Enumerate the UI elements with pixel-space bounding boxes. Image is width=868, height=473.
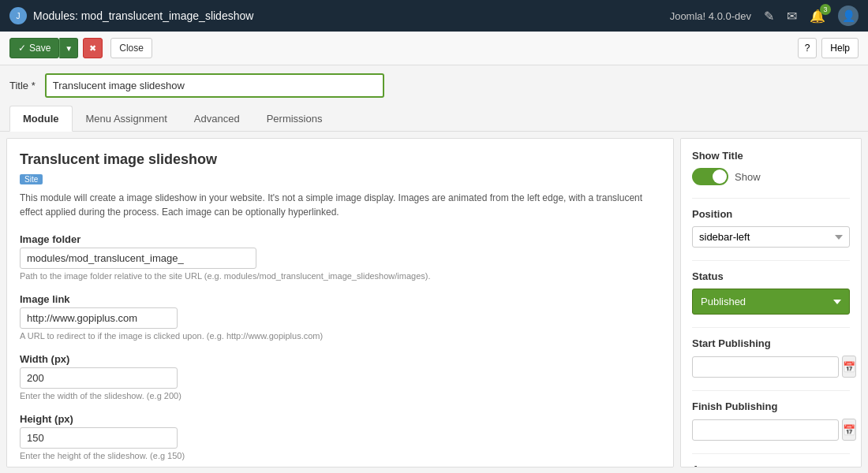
show-title-toggle[interactable] <box>692 168 728 185</box>
status-section: Status Published Unpublished Archived Tr… <box>692 270 850 315</box>
topbar: J Modules: mod_translucent_image_slidesh… <box>0 0 868 32</box>
finish-publishing-input[interactable] <box>692 419 839 441</box>
finish-publishing-label: Finish Publishing <box>692 400 850 412</box>
start-publishing-calendar-button[interactable]: 📅 <box>842 356 856 378</box>
help-button[interactable]: Help <box>821 38 859 58</box>
edit-icon[interactable]: ✎ <box>764 9 774 24</box>
notification-icon[interactable]: 🔔 3 <box>810 9 825 24</box>
start-publishing-row: 📅 <box>692 356 850 378</box>
notification-badge: 3 <box>820 4 831 15</box>
image-folder-row: Image folder Path to the image folder re… <box>20 233 660 281</box>
height-hint: Enter the height of the slideshow. (e.g … <box>20 451 660 460</box>
main-content: Translucent image slideshow Site This mo… <box>0 132 868 473</box>
finish-publishing-row: 📅 <box>692 419 850 441</box>
title-row: Title * <box>0 65 868 106</box>
module-panel-title: Translucent image slideshow <box>20 151 660 168</box>
save-icon: ✓ <box>18 43 26 54</box>
site-badge: Site <box>20 174 43 184</box>
module-description: This module will create a image slidesho… <box>20 191 660 219</box>
cancel-x-button[interactable]: ✖ <box>83 38 103 58</box>
divider-1 <box>692 198 850 199</box>
height-input[interactable] <box>20 427 178 449</box>
show-title-label: Show Title <box>692 150 850 162</box>
mail-icon[interactable]: ✉ <box>787 9 797 24</box>
width-label: Width (px) <box>20 353 660 365</box>
topbar-right: Joomla! 4.0.0-dev ✎ ✉ 🔔 3 👤 <box>670 6 859 26</box>
start-publishing-label: Start Publishing <box>692 337 850 349</box>
title-input[interactable] <box>45 73 384 98</box>
title-label: Title * <box>9 80 36 91</box>
topbar-left: J Modules: mod_translucent_image_slidesh… <box>9 7 253 24</box>
toolbar-right: ? Help <box>798 38 859 58</box>
access-label: Access <box>692 464 850 467</box>
tab-permissions[interactable]: Permissions <box>253 106 336 132</box>
tab-menu-assignment[interactable]: Menu Assignment <box>73 106 181 132</box>
start-publishing-input[interactable] <box>692 356 839 378</box>
image-folder-input[interactable] <box>20 248 256 269</box>
show-title-section: Show Title Show <box>692 150 850 185</box>
show-title-toggle-text: Show <box>735 171 761 183</box>
position-select[interactable]: sidebar-left sidebar-right top bottom <box>692 226 850 248</box>
image-link-row: Image link A URL to redirect to if the i… <box>20 293 660 341</box>
height-row: Height (px) Enter the height of the slid… <box>20 413 660 460</box>
position-label: Position <box>692 208 850 220</box>
close-label: Close <box>119 43 144 54</box>
width-input[interactable] <box>20 367 178 389</box>
width-row: Width (px) Enter the width of the slides… <box>20 353 660 400</box>
joomla-brand: Joomla! 4.0.0-dev <box>670 10 751 22</box>
toolbar: ✓ Save ▼ ✖ Close ? Help <box>0 32 868 65</box>
image-link-hint: A URL to redirect to if the image is cli… <box>20 331 660 341</box>
show-title-toggle-row: Show <box>692 168 850 185</box>
save-label: Save <box>29 43 51 54</box>
status-label: Status <box>692 270 850 282</box>
divider-3 <box>692 327 850 328</box>
page-title: Modules: mod_translucent_image_slideshow <box>33 9 253 22</box>
save-dropdown-button[interactable]: ▼ <box>59 38 78 58</box>
right-panel: Show Title Show Position sidebar-left si… <box>680 138 862 467</box>
joomla-logo-icon: J <box>9 7 27 24</box>
save-button[interactable]: ✓ Save <box>9 38 59 58</box>
image-link-label: Image link <box>20 293 660 305</box>
toggle-knob <box>713 169 727 184</box>
access-section: Access Public Guest Registered Special S… <box>692 464 850 467</box>
user-avatar[interactable]: 👤 <box>838 6 859 26</box>
tab-advanced[interactable]: Advanced <box>181 106 253 132</box>
divider-4 <box>692 390 850 391</box>
tab-module[interactable]: Module <box>9 106 73 132</box>
position-section: Position sidebar-left sidebar-right top … <box>692 208 850 248</box>
start-publishing-section: Start Publishing 📅 <box>692 337 850 378</box>
help-label: Help <box>830 43 850 54</box>
finish-publishing-section: Finish Publishing 📅 <box>692 400 850 441</box>
svg-text:J: J <box>17 12 21 20</box>
toolbar-left: ✓ Save ▼ ✖ Close <box>9 38 152 58</box>
tabs: Module Menu Assignment Advanced Permissi… <box>0 106 868 132</box>
width-hint: Enter the width of the slideshow. (e.g 2… <box>20 391 660 400</box>
image-folder-label: Image folder <box>20 233 660 245</box>
status-select[interactable]: Published Unpublished Archived Trashed <box>692 289 850 315</box>
divider-5 <box>692 453 850 454</box>
close-button[interactable]: Close <box>110 38 152 58</box>
image-folder-hint: Path to the image folder relative to the… <box>20 271 660 281</box>
question-button[interactable]: ? <box>798 38 817 58</box>
height-label: Height (px) <box>20 413 660 425</box>
save-group: ✓ Save ▼ <box>9 38 78 58</box>
left-panel: Translucent image slideshow Site This mo… <box>6 138 674 467</box>
divider-2 <box>692 260 850 261</box>
image-link-input[interactable] <box>20 307 178 329</box>
finish-publishing-calendar-button[interactable]: 📅 <box>842 419 856 441</box>
